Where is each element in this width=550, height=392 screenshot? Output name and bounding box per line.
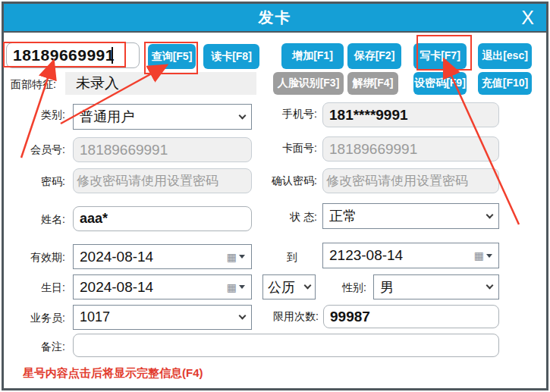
gender-select[interactable]: 男 <box>373 274 499 299</box>
remark-label: 备注: <box>0 340 65 354</box>
card-face-no-label: 卡面号: <box>250 142 317 155</box>
member-no-input <box>73 137 252 162</box>
valid-from-datepicker[interactable]: 2024-08-14 ▦ <box>73 244 252 269</box>
valid-from-label: 有效期: <box>0 251 65 265</box>
dropdown-arrow-icon <box>239 255 245 259</box>
chevron-down-icon <box>486 282 494 290</box>
status-select[interactable]: 正常 <box>322 203 499 229</box>
face-feature-strip: 未录入 <box>65 72 256 95</box>
dropdown-arrow-icon <box>486 254 492 258</box>
name-input[interactable] <box>73 206 252 231</box>
chevron-down-icon <box>486 211 494 218</box>
name-label: 姓名: <box>0 213 65 227</box>
status-label: 状 态: <box>250 211 317 224</box>
title-bar: 发卡 X <box>4 4 546 33</box>
issue-card-dialog: 发卡 X 查询[F5] 读卡[F8] 增加[F1] 保存[F2] 写卡[F7] … <box>0 0 550 392</box>
card-number-input[interactable] <box>6 42 140 68</box>
gender-value: 男 <box>380 278 484 296</box>
valid-to-value: 2123-08-14 <box>329 247 474 264</box>
confirm-password-label: 确认密码: <box>250 174 317 188</box>
valid-to-label: 到 <box>250 251 297 265</box>
dialog-title: 发卡 <box>259 8 292 28</box>
save-button[interactable]: 保存[F2] <box>347 43 401 69</box>
close-button[interactable]: X <box>521 7 534 29</box>
card-face-no-input <box>322 136 499 162</box>
calendar-type-value: 公历 <box>268 278 302 296</box>
face-feature-value: 未录入 <box>76 74 119 93</box>
asterisk-hint-note: 星号内容点击后将显示完整信息(F4) <box>23 366 203 381</box>
dropdown-arrow-icon <box>239 285 245 289</box>
password-label: 密码: <box>0 175 65 189</box>
calendar-type-select[interactable]: 公历 <box>262 274 316 299</box>
read-card-button[interactable]: 读卡[F8] <box>203 44 259 69</box>
category-label: 类别: <box>0 108 65 122</box>
recharge-button[interactable]: 充值[F10] <box>478 72 532 95</box>
phone-label: 手机号: <box>250 108 317 121</box>
usage-limit-label: 限用次数: <box>250 310 319 324</box>
unbind-button[interactable]: 解绑[F4] <box>347 72 398 95</box>
face-recognition-button[interactable]: 人脸识别[F3] <box>273 72 344 95</box>
add-button[interactable]: 增加[F1] <box>281 43 344 69</box>
face-feature-label: 面部特征: <box>11 78 56 92</box>
chevron-down-icon <box>304 282 312 290</box>
valid-from-value: 2024-08-14 <box>80 249 227 265</box>
usage-limit-input[interactable] <box>323 305 499 328</box>
query-button[interactable]: 查询[F5] <box>148 44 196 69</box>
chevron-down-icon <box>239 111 247 119</box>
member-no-label: 会员号: <box>0 143 65 157</box>
calendar-icon: ▦ <box>227 282 237 293</box>
salesman-label: 业务员: <box>0 312 65 325</box>
birthday-label: 生日: <box>0 281 65 295</box>
salesman-select[interactable]: 1017 <box>73 305 252 330</box>
set-password-button[interactable]: 设密码[F9] <box>413 72 467 95</box>
gender-label: 性别: <box>319 281 366 295</box>
category-value: 普通用户 <box>80 108 237 126</box>
chevron-down-icon <box>239 312 247 320</box>
salesman-value: 1017 <box>80 309 237 325</box>
birthday-value: 2024-08-14 <box>80 279 227 296</box>
remark-input[interactable] <box>73 334 499 357</box>
phone-input <box>322 102 499 127</box>
password-input <box>73 168 252 193</box>
status-value: 正常 <box>329 207 484 225</box>
valid-to-datepicker[interactable]: 2123-08-14 ▦ <box>322 243 499 268</box>
exit-button[interactable]: 退出[esc] <box>478 43 532 69</box>
category-select[interactable]: 普通用户 <box>73 104 252 130</box>
calendar-icon: ▦ <box>227 252 237 262</box>
confirm-password-input <box>322 168 499 193</box>
text-caret <box>112 47 113 64</box>
calendar-icon: ▦ <box>474 250 484 261</box>
birthday-datepicker[interactable]: 2024-08-14 ▦ <box>73 274 252 299</box>
write-card-button[interactable]: 写卡[F7] <box>413 43 467 69</box>
